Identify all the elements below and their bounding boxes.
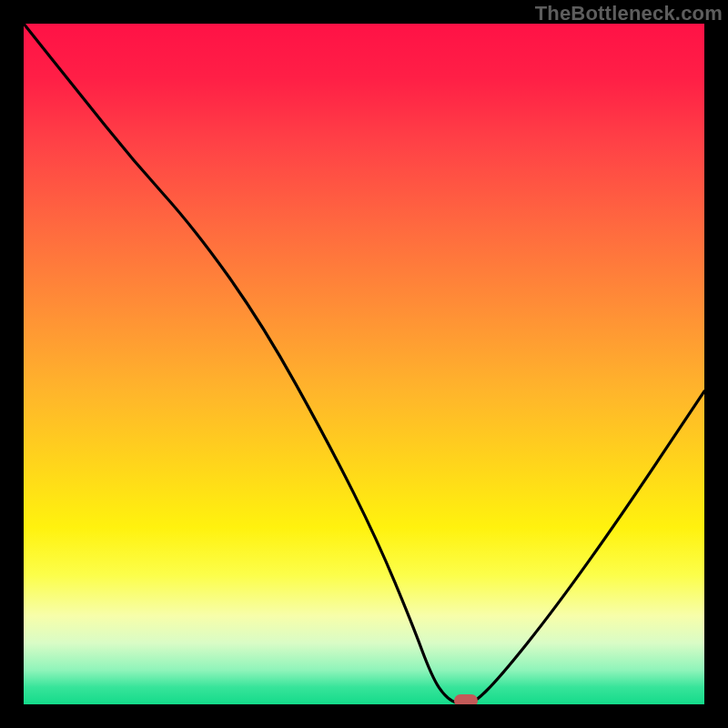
optimal-point-marker <box>454 694 478 704</box>
plot-background-gradient <box>24 24 704 704</box>
watermark-text: TheBottleneck.com <box>535 2 723 25</box>
chart-frame: TheBottleneck.com <box>0 0 728 728</box>
bottleneck-curve <box>24 24 704 704</box>
